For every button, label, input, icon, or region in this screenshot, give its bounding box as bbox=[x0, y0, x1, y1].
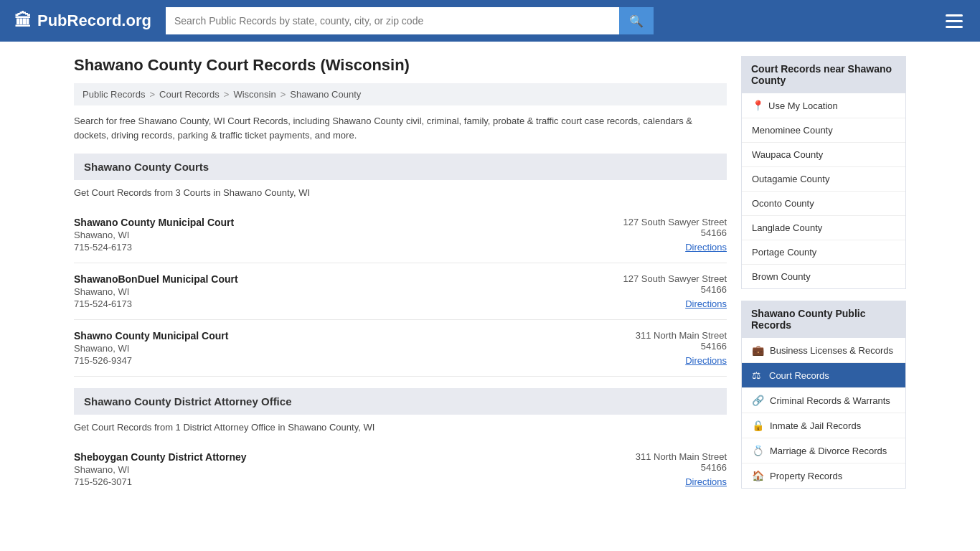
sidebar-item-portage[interactable]: Portage County bbox=[742, 240, 905, 265]
sidebar-record-court-label: Court Records bbox=[769, 370, 829, 381]
marriage-icon: 💍 bbox=[752, 445, 764, 456]
courts-section-desc: Get Court Records from 3 Courts in Shawa… bbox=[74, 187, 727, 198]
sidebar-item-brown[interactable]: Brown County bbox=[742, 265, 905, 288]
court-address-3: 311 North Main Street 54166 Directions bbox=[583, 330, 727, 366]
court-name-2: ShawanoBonDuel Municipal Court bbox=[74, 273, 583, 285]
sidebar-item-oconto[interactable]: Oconto County bbox=[742, 192, 905, 216]
breadcrumb: Public Records > Court Records > Wiscons… bbox=[74, 83, 727, 105]
page-description: Search for free Shawano County, WI Court… bbox=[74, 114, 727, 142]
search-button[interactable]: 🔍 bbox=[619, 7, 654, 34]
inmate-icon: 🔒 bbox=[752, 420, 764, 431]
da-phone-1: 715-526-3071 bbox=[74, 476, 583, 487]
site-logo[interactable]: 🏛 PubRecord.org bbox=[14, 11, 151, 31]
sidebar-nearby-title: Court Records near Shawano County bbox=[741, 56, 906, 93]
sidebar-record-marriage[interactable]: 💍 Marriage & Divorce Records bbox=[742, 438, 905, 463]
court-zip-1: 54166 bbox=[583, 227, 727, 238]
directions-link-1[interactable]: Directions bbox=[685, 242, 727, 253]
court-address-1: 127 South Sawyer Street 54166 Directions bbox=[583, 217, 727, 253]
breadcrumb-public-records[interactable]: Public Records bbox=[83, 89, 145, 100]
sidebar-item-waupaca[interactable]: Waupaca County bbox=[742, 143, 905, 167]
da-section-header: Shawano County District Attorney Office bbox=[74, 388, 727, 415]
da-name-1: Sheboygan County District Attorney bbox=[74, 451, 583, 463]
da-city-1: Shawano, WI bbox=[74, 464, 583, 475]
logo-icon: 🏛 bbox=[14, 11, 32, 31]
breadcrumb-sep-1: > bbox=[149, 89, 155, 100]
breadcrumb-court-records[interactable]: Court Records bbox=[159, 89, 220, 100]
court-zip-3: 54166 bbox=[583, 341, 727, 352]
breadcrumb-sep-2: > bbox=[224, 89, 230, 100]
sidebar-use-location-label: Use My Location bbox=[768, 100, 838, 111]
sidebar-public-records-title: Shawano County Public Records bbox=[741, 301, 906, 338]
court-city-1: Shawano, WI bbox=[74, 230, 583, 240]
court-city-2: Shawano, WI bbox=[74, 286, 583, 297]
logo-text: PubRecord.org bbox=[37, 11, 151, 30]
sidebar-use-location[interactable]: 📍 Use My Location bbox=[742, 93, 905, 118]
da-section-desc: Get Court Records from 1 District Attorn… bbox=[74, 422, 727, 433]
sidebar-record-marriage-label: Marriage & Divorce Records bbox=[770, 446, 887, 456]
business-icon: 💼 bbox=[752, 344, 764, 356]
breadcrumb-shawano: Shawano County bbox=[290, 89, 361, 100]
sidebar-nearby-list: 📍 Use My Location Menominee County Waupa… bbox=[741, 93, 906, 289]
court-phone-3: 715-526-9347 bbox=[74, 355, 583, 366]
site-header: 🏛 PubRecord.org 🔍 bbox=[0, 0, 980, 42]
sidebar-record-criminal[interactable]: 🔗 Criminal Records & Warrants bbox=[742, 388, 905, 413]
location-icon: 📍 bbox=[752, 100, 764, 111]
search-icon: 🔍 bbox=[629, 14, 644, 28]
sidebar-item-menominee[interactable]: Menominee County bbox=[742, 118, 905, 143]
menu-button[interactable] bbox=[943, 11, 966, 31]
da-address-1: 311 North Main Street 54166 Directions bbox=[583, 451, 727, 487]
sidebar-item-langlade[interactable]: Langlade County bbox=[742, 216, 905, 240]
sidebar-item-outagamie[interactable]: Outagamie County bbox=[742, 167, 905, 192]
sidebar-record-court[interactable]: ⚖ Court Records bbox=[742, 363, 905, 388]
court-street-1: 127 South Sawyer Street bbox=[583, 217, 727, 227]
sidebar-record-inmate[interactable]: 🔒 Inmate & Jail Records bbox=[742, 413, 905, 438]
breadcrumb-sep-3: > bbox=[281, 89, 286, 100]
sidebar-records-list: 💼 Business Licenses & Records ⚖ Court Re… bbox=[741, 338, 906, 489]
sidebar-record-property[interactable]: 🏠 Property Records bbox=[742, 463, 905, 488]
property-icon: 🏠 bbox=[752, 470, 764, 481]
page-container: Shawano County Court Records (Wisconsin)… bbox=[60, 42, 920, 512]
search-input[interactable] bbox=[166, 7, 619, 34]
breadcrumb-wisconsin[interactable]: Wisconsin bbox=[233, 89, 275, 100]
sidebar-record-property-label: Property Records bbox=[770, 471, 842, 481]
da-entry-1: Sheboygan County District Attorney Shawa… bbox=[74, 441, 727, 497]
court-entry-3: Shawno County Municipal Court Shawano, W… bbox=[74, 320, 727, 377]
court-icon: ⚖ bbox=[752, 369, 763, 381]
court-name-3: Shawno County Municipal Court bbox=[74, 330, 583, 342]
directions-link-2[interactable]: Directions bbox=[685, 298, 727, 309]
sidebar-record-criminal-label: Criminal Records & Warrants bbox=[770, 395, 890, 406]
court-info-1: Shawano County Municipal Court Shawano, … bbox=[74, 217, 583, 253]
criminal-icon: 🔗 bbox=[752, 395, 764, 406]
court-street-3: 311 North Main Street bbox=[583, 330, 727, 341]
directions-link-3[interactable]: Directions bbox=[685, 355, 727, 366]
court-entry-2: ShawanoBonDuel Municipal Court Shawano, … bbox=[74, 263, 727, 320]
court-street-2: 127 South Sawyer Street bbox=[583, 273, 727, 284]
directions-link-da-1[interactable]: Directions bbox=[685, 476, 727, 487]
da-zip-1: 54166 bbox=[583, 462, 727, 473]
main-content: Shawano County Court Records (Wisconsin)… bbox=[74, 56, 727, 497]
da-info-1: Sheboygan County District Attorney Shawa… bbox=[74, 451, 583, 487]
court-info-3: Shawno County Municipal Court Shawano, W… bbox=[74, 330, 583, 366]
search-bar: 🔍 bbox=[166, 7, 654, 34]
court-info-2: ShawanoBonDuel Municipal Court Shawano, … bbox=[74, 273, 583, 309]
da-street-1: 311 North Main Street bbox=[583, 451, 727, 462]
court-name-1: Shawano County Municipal Court bbox=[74, 217, 583, 228]
sidebar-record-business-label: Business Licenses & Records bbox=[770, 345, 893, 356]
sidebar-record-inmate-label: Inmate & Jail Records bbox=[770, 420, 861, 431]
court-phone-2: 715-524-6173 bbox=[74, 298, 583, 309]
court-phone-1: 715-524-6173 bbox=[74, 242, 583, 253]
courts-section-header: Shawano County Courts bbox=[74, 154, 727, 180]
court-zip-2: 54166 bbox=[583, 284, 727, 295]
page-title: Shawano County Court Records (Wisconsin) bbox=[74, 56, 727, 75]
court-entry-1: Shawano County Municipal Court Shawano, … bbox=[74, 207, 727, 263]
sidebar: Court Records near Shawano County 📍 Use … bbox=[741, 56, 906, 497]
court-address-2: 127 South Sawyer Street 54166 Directions bbox=[583, 273, 727, 309]
court-city-3: Shawano, WI bbox=[74, 343, 583, 354]
sidebar-record-business[interactable]: 💼 Business Licenses & Records bbox=[742, 338, 905, 363]
